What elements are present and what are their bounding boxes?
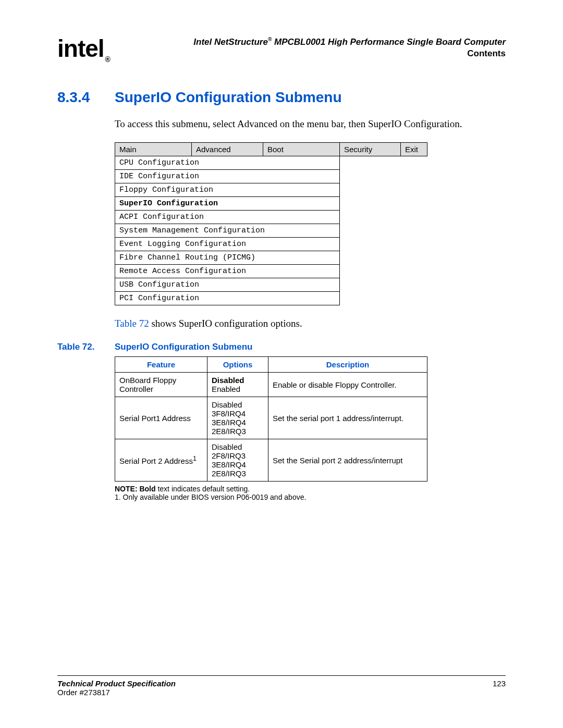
feature-text: OnBoard Floppy Controller <box>119 376 176 393</box>
option: 3E8/IRQ4 <box>212 418 264 427</box>
tab-main: Main <box>115 143 192 156</box>
cell-description: Set the serial port 1 address/interrupt. <box>268 397 427 439</box>
logo-text: intel <box>57 35 104 62</box>
cell-feature: OnBoard Floppy Controller <box>115 373 207 397</box>
bios-menu-table: Main Advanced Boot Security Exit CPU Con… <box>115 142 427 305</box>
tab-exit: Exit <box>401 143 427 156</box>
option: Disabled <box>212 442 264 451</box>
table-header-row: Feature Options Description <box>115 357 427 373</box>
option: 2E8/IRQ3 <box>212 469 264 478</box>
table-row: Serial Port1 Address Disabled 3F8/IRQ4 3… <box>115 397 427 439</box>
footnote-1: 1. Only available under BIOS version P06… <box>115 493 506 501</box>
option-default: Disabled <box>212 376 264 385</box>
menu-item: IDE Configuration <box>115 170 340 183</box>
feature-text: Serial Port 2 Address <box>119 456 193 465</box>
page: intel® Intel NetStructure® MPCBL0001 Hig… <box>0 0 563 728</box>
bios-menu-tab-row: Main Advanced Boot Security Exit <box>115 143 427 156</box>
col-options: Options <box>207 357 268 373</box>
table-notes: NOTE: Bold text indicates default settin… <box>115 485 506 501</box>
menu-item: Fibre Channel Routing (PICMG) <box>115 251 340 265</box>
table-caption-number: Table 72. <box>57 342 115 352</box>
feature-text: Serial Port1 Address <box>119 414 191 423</box>
intro-paragraph: To access this submenu, select Advanced … <box>115 118 506 130</box>
section-heading: 8.3.4SuperIO Configuration Submenu <box>57 89 506 106</box>
footnote-marker: 1 <box>193 455 197 462</box>
note-line: NOTE: Bold text indicates default settin… <box>115 485 506 493</box>
note-text: text indicates default setting. <box>156 485 250 493</box>
cell-feature: Serial Port1 Address <box>115 397 207 439</box>
cell-options: Disabled Enabled <box>207 373 268 397</box>
option: 3F8/IRQ4 <box>212 409 264 418</box>
section-number: 8.3.4 <box>57 89 115 106</box>
option: 3E8/IRQ4 <box>212 460 264 469</box>
menu-item-selected: SuperIO Configuration <box>115 197 340 211</box>
menu-item: PCI Configuration <box>115 292 340 305</box>
menu-item: USB Configuration <box>115 278 340 292</box>
menu-item: Floppy Configuration <box>115 183 340 197</box>
footer-page-number: 123 <box>493 679 506 697</box>
section-title: SuperIO Configuration Submenu <box>115 89 342 105</box>
cell-options: Disabled 3F8/IRQ4 3E8/IRQ4 2E8/IRQ3 <box>207 397 268 439</box>
table-caption-title: SuperIO Configuration Submenu <box>115 342 252 352</box>
header-text-block: Intel NetStructure® MPCBL0001 High Perfo… <box>110 36 506 59</box>
reference-rest: shows SuperIO configuration options. <box>149 318 302 329</box>
page-header: intel® Intel NetStructure® MPCBL0001 Hig… <box>57 36 506 63</box>
options-table: Feature Options Description OnBoard Flop… <box>115 356 427 482</box>
menu-item: Event Logging Configuration <box>115 238 340 251</box>
col-feature: Feature <box>115 357 207 373</box>
cell-description: Set the Serial port 2 address/interrupt <box>268 439 427 482</box>
tab-security: Security <box>340 143 401 156</box>
table-caption: Table 72.SuperIO Configuration Submenu <box>57 342 506 352</box>
table-row: OnBoard Floppy Controller Disabled Enabl… <box>115 373 427 397</box>
footer-left: Technical Product Specification Order #2… <box>57 679 176 697</box>
menu-item: ACPI Configuration <box>115 211 340 224</box>
doc-section-label: Contents <box>110 48 506 59</box>
menu-item: CPU Configuration <box>115 156 340 170</box>
option: 2E8/IRQ3 <box>212 427 264 436</box>
intel-logo: intel® <box>57 36 110 63</box>
doc-title-prefix: Intel NetStructure <box>193 37 268 47</box>
doc-title-suffix: MPCBL0001 High Performance Single Board … <box>272 37 506 47</box>
option: Enabled <box>212 385 264 393</box>
cell-feature: Serial Port 2 Address1 <box>115 439 207 482</box>
menu-item: Remote Access Configuration <box>115 265 340 278</box>
reference-paragraph: Table 72 shows SuperIO configuration opt… <box>115 318 506 329</box>
page-footer: Technical Product Specification Order #2… <box>57 675 506 697</box>
cell-description: Enable or disable Floppy Controller. <box>268 373 427 397</box>
tab-boot: Boot <box>263 143 340 156</box>
doc-title: Intel NetStructure® MPCBL0001 High Perfo… <box>110 36 506 47</box>
col-description: Description <box>268 357 427 373</box>
table-row: Serial Port 2 Address1 Disabled 2F8/IRQ3… <box>115 439 427 482</box>
table-reference-link[interactable]: Table 72 <box>115 318 149 329</box>
tab-advanced: Advanced <box>192 143 263 156</box>
note-label: NOTE: Bold <box>115 485 156 493</box>
option: 2F8/IRQ3 <box>212 451 264 460</box>
footer-tps: Technical Product Specification <box>57 679 176 688</box>
logo-registered: ® <box>105 55 110 64</box>
menu-item: System Management Configuration <box>115 224 340 238</box>
option: Disabled <box>212 400 264 409</box>
footer-order: Order #273817 <box>57 688 110 697</box>
cell-options: Disabled 2F8/IRQ3 3E8/IRQ4 2E8/IRQ3 <box>207 439 268 482</box>
